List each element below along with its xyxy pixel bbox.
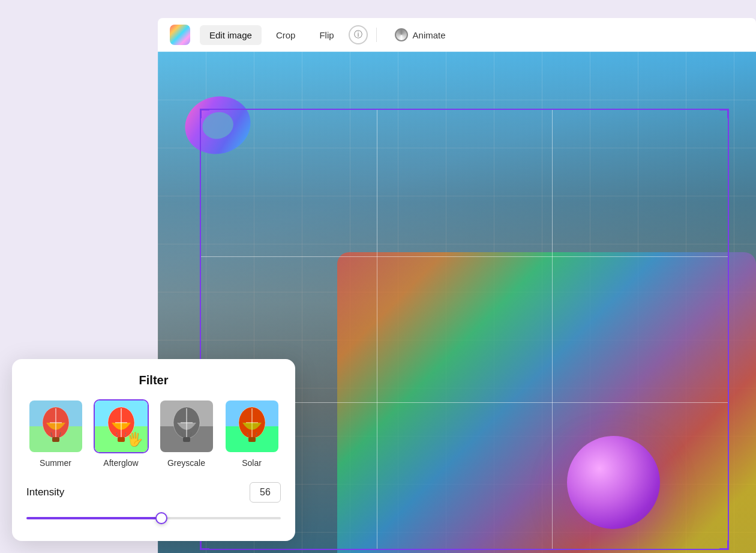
solar-balloon-icon [234, 406, 270, 447]
filter-label-solar: Solar [242, 458, 262, 468]
filter-label-afterglow: Afterglow [103, 458, 138, 468]
sphere-decoration [567, 436, 660, 529]
filter-item-greyscale[interactable]: Greyscale [157, 399, 215, 468]
filter-options: Summer 🖐 [26, 399, 281, 468]
thumb-solar-bg [226, 400, 278, 452]
intensity-label: Intensity [26, 486, 64, 498]
thumb-afterglow-bg [95, 400, 148, 452]
afterglow-balloon-icon [103, 406, 139, 447]
animate-label: Animate [413, 30, 446, 40]
filter-thumbnail-afterglow: 🖐 [94, 399, 149, 453]
torus-inner [199, 109, 236, 142]
thumb-greyscale-bg [160, 400, 213, 452]
filter-item-summer[interactable]: Summer [26, 399, 85, 468]
app-logo [170, 25, 190, 45]
animate-button[interactable]: Animate [385, 23, 455, 46]
summer-balloon-icon [38, 406, 74, 447]
svg-rect-11 [118, 437, 125, 442]
torus-decoration [185, 97, 251, 154]
greyscale-balloon-icon [169, 406, 205, 447]
crop-button[interactable]: Crop [266, 25, 305, 45]
flip-button[interactable]: Flip [310, 25, 343, 45]
torus-outer [179, 89, 257, 161]
intensity-value: 56 [250, 482, 281, 503]
slider-thumb[interactable] [155, 512, 167, 524]
filter-thumbnail-solar [224, 399, 280, 453]
thumb-summer-bg [29, 400, 82, 452]
filter-item-solar[interactable]: Solar [223, 399, 281, 468]
jacket-overlay [337, 252, 756, 553]
filter-thumbnail-summer [28, 399, 83, 453]
toolbar-divider [376, 28, 377, 42]
filter-item-afterglow[interactable]: 🖐 Afterglow [92, 399, 150, 468]
intensity-slider[interactable] [26, 512, 281, 524]
info-button[interactable]: ⓘ [349, 25, 368, 44]
svg-rect-25 [248, 437, 256, 442]
filter-label-summer: Summer [40, 458, 71, 468]
filter-thumbnail-greyscale [159, 399, 214, 453]
filter-title: Filter [26, 373, 281, 387]
intensity-row: Intensity 56 [26, 482, 281, 503]
animate-icon [395, 28, 408, 41]
slider-track [26, 517, 281, 519]
edit-image-button[interactable]: Edit image [200, 25, 262, 45]
svg-rect-18 [183, 437, 190, 442]
toolbar: Edit image Crop Flip ⓘ Animate [158, 18, 756, 52]
filter-label-greyscale: Greyscale [167, 458, 205, 468]
svg-rect-4 [52, 437, 59, 442]
filter-panel: Filter [12, 359, 295, 541]
